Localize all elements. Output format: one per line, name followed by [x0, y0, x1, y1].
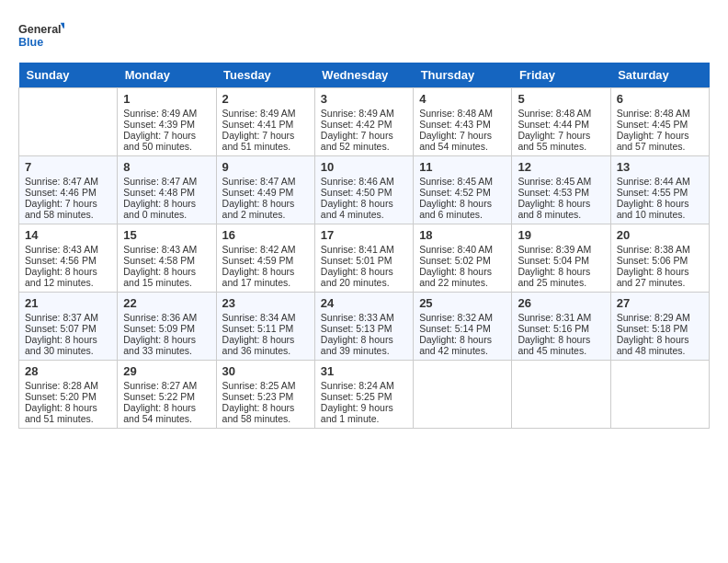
sunrise: Sunrise: 8:46 AM [321, 176, 394, 187]
sunset: Sunset: 4:55 PM [617, 187, 688, 198]
sunset: Sunset: 5:25 PM [321, 391, 392, 402]
calendar-cell: 2 Sunrise: 8:49 AM Sunset: 4:41 PM Dayli… [216, 88, 314, 156]
day-number: 11 [419, 160, 506, 174]
sunrise: Sunrise: 8:37 AM [25, 312, 98, 323]
sunset: Sunset: 5:23 PM [222, 391, 294, 402]
calendar-cell [610, 361, 709, 429]
day-number: 15 [123, 228, 210, 242]
day-number: 27 [617, 296, 703, 310]
calendar-cell: 12 Sunrise: 8:45 AM Sunset: 4:53 PM Dayl… [512, 156, 610, 224]
sunrise: Sunrise: 8:43 AM [123, 244, 197, 255]
day-number: 23 [222, 296, 309, 310]
sunrise: Sunrise: 8:49 AM [222, 108, 296, 119]
svg-text:Blue: Blue [18, 36, 43, 49]
sunrise: Sunrise: 8:28 AM [25, 380, 98, 391]
sunset: Sunset: 5:14 PM [419, 323, 491, 334]
sunrise: Sunrise: 8:41 AM [321, 244, 394, 255]
sunset: Sunset: 5:01 PM [321, 255, 392, 266]
calendar-cell: 6 Sunrise: 8:48 AM Sunset: 4:45 PM Dayli… [610, 88, 709, 156]
calendar-cell [19, 88, 118, 156]
day-number: 30 [222, 364, 309, 378]
sunrise: Sunrise: 8:47 AM [25, 176, 98, 187]
calendar-cell: 14 Sunrise: 8:43 AM Sunset: 4:56 PM Dayl… [19, 224, 118, 293]
daylight: Daylight: 8 hours and 4 minutes. [321, 198, 393, 220]
svg-text:General: General [18, 24, 62, 37]
day-number: 1 [123, 92, 210, 106]
sunrise: Sunrise: 8:32 AM [419, 312, 493, 323]
day-number: 24 [321, 296, 407, 310]
week-row-3: 14 Sunrise: 8:43 AM Sunset: 4:56 PM Dayl… [19, 224, 710, 293]
header-tuesday: Tuesday [216, 63, 314, 88]
day-number: 13 [617, 160, 703, 174]
calendar-cell: 3 Sunrise: 8:49 AM Sunset: 4:42 PM Dayli… [314, 88, 413, 156]
calendar-cell: 31 Sunrise: 8:24 AM Sunset: 5:25 PM Dayl… [314, 361, 413, 429]
daylight: Daylight: 7 hours and 52 minutes. [321, 130, 393, 152]
calendar-cell: 25 Sunrise: 8:32 AM Sunset: 5:14 PM Dayl… [414, 293, 512, 361]
sunset: Sunset: 5:13 PM [321, 323, 392, 334]
day-number: 22 [123, 296, 210, 310]
daylight: Daylight: 8 hours and 2 minutes. [222, 198, 295, 220]
sunset: Sunset: 4:48 PM [123, 187, 195, 198]
sunset: Sunset: 5:11 PM [222, 323, 294, 334]
header-friday: Friday [512, 63, 610, 88]
sunset: Sunset: 4:41 PM [222, 119, 294, 130]
sunset: Sunset: 4:45 PM [617, 119, 688, 130]
day-number: 17 [321, 228, 407, 242]
sunrise: Sunrise: 8:31 AM [518, 312, 591, 323]
sunset: Sunset: 4:53 PM [518, 187, 589, 198]
sunrise: Sunrise: 8:48 AM [419, 108, 493, 119]
week-row-1: 1 Sunrise: 8:49 AM Sunset: 4:39 PM Dayli… [19, 88, 710, 156]
calendar-cell: 19 Sunrise: 8:39 AM Sunset: 5:04 PM Dayl… [512, 224, 610, 293]
daylight: Daylight: 7 hours and 58 minutes. [25, 198, 97, 220]
daylight: Daylight: 8 hours and 0 minutes. [123, 198, 196, 220]
calendar-cell: 27 Sunrise: 8:29 AM Sunset: 5:18 PM Dayl… [610, 293, 709, 361]
sunset: Sunset: 4:43 PM [419, 119, 491, 130]
calendar-cell: 18 Sunrise: 8:40 AM Sunset: 5:02 PM Dayl… [414, 224, 512, 293]
sunrise: Sunrise: 8:49 AM [321, 108, 394, 119]
header-thursday: Thursday [414, 63, 512, 88]
daylight: Daylight: 8 hours and 45 minutes. [518, 334, 590, 356]
day-number: 5 [518, 92, 604, 106]
sunrise: Sunrise: 8:33 AM [321, 312, 394, 323]
daylight: Daylight: 7 hours and 54 minutes. [419, 130, 492, 152]
calendar-cell: 7 Sunrise: 8:47 AM Sunset: 4:46 PM Dayli… [19, 156, 118, 224]
sunset: Sunset: 4:59 PM [222, 255, 294, 266]
sunrise: Sunrise: 8:27 AM [123, 380, 197, 391]
week-row-4: 21 Sunrise: 8:37 AM Sunset: 5:07 PM Dayl… [19, 293, 710, 361]
day-number: 9 [222, 160, 309, 174]
calendar-cell: 8 Sunrise: 8:47 AM Sunset: 4:48 PM Dayli… [118, 156, 216, 224]
week-row-2: 7 Sunrise: 8:47 AM Sunset: 4:46 PM Dayli… [19, 156, 710, 224]
sunset: Sunset: 5:06 PM [617, 255, 688, 266]
sunrise: Sunrise: 8:47 AM [123, 176, 197, 187]
daylight: Daylight: 8 hours and 10 minutes. [617, 198, 689, 220]
calendar-cell: 24 Sunrise: 8:33 AM Sunset: 5:13 PM Dayl… [314, 293, 413, 361]
calendar-cell: 1 Sunrise: 8:49 AM Sunset: 4:39 PM Dayli… [118, 88, 216, 156]
calendar-cell: 21 Sunrise: 8:37 AM Sunset: 5:07 PM Dayl… [19, 293, 118, 361]
daylight: Daylight: 8 hours and 58 minutes. [222, 402, 295, 424]
sunrise: Sunrise: 8:48 AM [518, 108, 591, 119]
day-number: 12 [518, 160, 604, 174]
calendar-cell: 30 Sunrise: 8:25 AM Sunset: 5:23 PM Dayl… [216, 361, 314, 429]
daylight: Daylight: 8 hours and 54 minutes. [123, 402, 196, 424]
day-number: 29 [123, 364, 210, 378]
daylight: Daylight: 8 hours and 48 minutes. [617, 334, 689, 356]
sunset: Sunset: 4:58 PM [123, 255, 195, 266]
calendar-cell: 28 Sunrise: 8:28 AM Sunset: 5:20 PM Dayl… [19, 361, 118, 429]
calendar-cell: 22 Sunrise: 8:36 AM Sunset: 5:09 PM Dayl… [118, 293, 216, 361]
day-number: 8 [123, 160, 210, 174]
sunset: Sunset: 5:02 PM [419, 255, 491, 266]
day-number: 19 [518, 228, 604, 242]
sunrise: Sunrise: 8:24 AM [321, 380, 394, 391]
sunset: Sunset: 4:52 PM [419, 187, 491, 198]
calendar-cell: 4 Sunrise: 8:48 AM Sunset: 4:43 PM Dayli… [414, 88, 512, 156]
daylight: Daylight: 7 hours and 50 minutes. [123, 130, 196, 152]
sunset: Sunset: 5:09 PM [123, 323, 195, 334]
header-area: General Blue [18, 18, 710, 53]
calendar-cell: 17 Sunrise: 8:41 AM Sunset: 5:01 PM Dayl… [314, 224, 413, 293]
sunset: Sunset: 4:44 PM [518, 119, 589, 130]
header-wednesday: Wednesday [314, 63, 413, 88]
daylight: Daylight: 7 hours and 55 minutes. [518, 130, 590, 152]
day-number: 14 [25, 228, 111, 242]
sunset: Sunset: 4:50 PM [321, 187, 392, 198]
sunrise: Sunrise: 8:48 AM [617, 108, 690, 119]
